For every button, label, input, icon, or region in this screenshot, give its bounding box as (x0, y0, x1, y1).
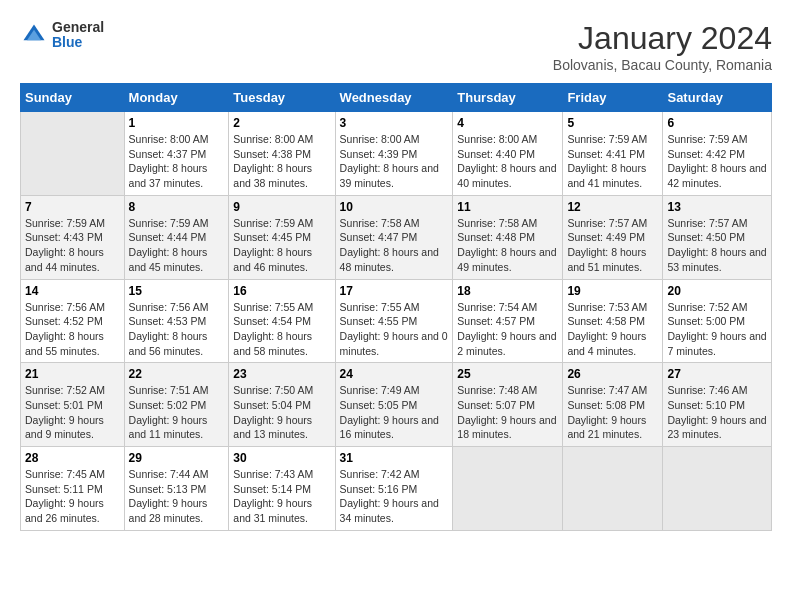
day-number: 22 (129, 367, 225, 381)
day-number: 9 (233, 200, 330, 214)
day-number: 7 (25, 200, 120, 214)
day-number: 14 (25, 284, 120, 298)
day-number: 27 (667, 367, 767, 381)
day-cell: 20 Sunrise: 7:52 AMSunset: 5:00 PMDaylig… (663, 279, 772, 363)
week-row-3: 21 Sunrise: 7:52 AMSunset: 5:01 PMDaylig… (21, 363, 772, 447)
day-cell: 4 Sunrise: 8:00 AMSunset: 4:40 PMDayligh… (453, 112, 563, 196)
th-monday: Monday (124, 84, 229, 112)
day-cell: 26 Sunrise: 7:47 AMSunset: 5:08 PMDaylig… (563, 363, 663, 447)
day-cell: 9 Sunrise: 7:59 AMSunset: 4:45 PMDayligh… (229, 195, 335, 279)
day-cell: 25 Sunrise: 7:48 AMSunset: 5:07 PMDaylig… (453, 363, 563, 447)
day-info: Sunrise: 7:59 AMSunset: 4:44 PMDaylight:… (129, 217, 209, 273)
day-info: Sunrise: 7:46 AMSunset: 5:10 PMDaylight:… (667, 384, 766, 440)
day-number: 17 (340, 284, 449, 298)
day-info: Sunrise: 7:52 AMSunset: 5:01 PMDaylight:… (25, 384, 105, 440)
day-info: Sunrise: 8:00 AMSunset: 4:38 PMDaylight:… (233, 133, 313, 189)
day-cell: 17 Sunrise: 7:55 AMSunset: 4:55 PMDaylig… (335, 279, 453, 363)
day-number: 18 (457, 284, 558, 298)
day-number: 28 (25, 451, 120, 465)
day-number: 6 (667, 116, 767, 130)
day-info: Sunrise: 7:54 AMSunset: 4:57 PMDaylight:… (457, 301, 556, 357)
day-cell: 24 Sunrise: 7:49 AMSunset: 5:05 PMDaylig… (335, 363, 453, 447)
day-cell (563, 447, 663, 531)
day-number: 19 (567, 284, 658, 298)
day-info: Sunrise: 7:56 AMSunset: 4:53 PMDaylight:… (129, 301, 209, 357)
day-cell: 5 Sunrise: 7:59 AMSunset: 4:41 PMDayligh… (563, 112, 663, 196)
day-info: Sunrise: 7:44 AMSunset: 5:13 PMDaylight:… (129, 468, 209, 524)
logo-blue-text: Blue (52, 35, 104, 50)
day-cell: 15 Sunrise: 7:56 AMSunset: 4:53 PMDaylig… (124, 279, 229, 363)
day-info: Sunrise: 7:57 AMSunset: 4:50 PMDaylight:… (667, 217, 766, 273)
day-cell: 7 Sunrise: 7:59 AMSunset: 4:43 PMDayligh… (21, 195, 125, 279)
day-cell: 28 Sunrise: 7:45 AMSunset: 5:11 PMDaylig… (21, 447, 125, 531)
day-cell (663, 447, 772, 531)
day-number: 30 (233, 451, 330, 465)
day-info: Sunrise: 7:55 AMSunset: 4:54 PMDaylight:… (233, 301, 313, 357)
th-friday: Friday (563, 84, 663, 112)
day-info: Sunrise: 7:49 AMSunset: 5:05 PMDaylight:… (340, 384, 439, 440)
day-cell: 2 Sunrise: 8:00 AMSunset: 4:38 PMDayligh… (229, 112, 335, 196)
day-info: Sunrise: 7:45 AMSunset: 5:11 PMDaylight:… (25, 468, 105, 524)
th-thursday: Thursday (453, 84, 563, 112)
week-row-2: 14 Sunrise: 7:56 AMSunset: 4:52 PMDaylig… (21, 279, 772, 363)
week-row-1: 7 Sunrise: 7:59 AMSunset: 4:43 PMDayligh… (21, 195, 772, 279)
day-info: Sunrise: 7:57 AMSunset: 4:49 PMDaylight:… (567, 217, 647, 273)
day-cell: 19 Sunrise: 7:53 AMSunset: 4:58 PMDaylig… (563, 279, 663, 363)
day-info: Sunrise: 7:50 AMSunset: 5:04 PMDaylight:… (233, 384, 313, 440)
calendar-table: Sunday Monday Tuesday Wednesday Thursday… (20, 83, 772, 531)
day-cell: 11 Sunrise: 7:58 AMSunset: 4:48 PMDaylig… (453, 195, 563, 279)
day-cell: 22 Sunrise: 7:51 AMSunset: 5:02 PMDaylig… (124, 363, 229, 447)
day-cell: 12 Sunrise: 7:57 AMSunset: 4:49 PMDaylig… (563, 195, 663, 279)
day-cell: 31 Sunrise: 7:42 AMSunset: 5:16 PMDaylig… (335, 447, 453, 531)
day-info: Sunrise: 7:59 AMSunset: 4:45 PMDaylight:… (233, 217, 313, 273)
day-number: 25 (457, 367, 558, 381)
logo: General Blue (20, 20, 104, 51)
day-number: 16 (233, 284, 330, 298)
day-info: Sunrise: 8:00 AMSunset: 4:37 PMDaylight:… (129, 133, 209, 189)
title-block: January 2024 Bolovanis, Bacau County, Ro… (553, 20, 772, 73)
day-info: Sunrise: 7:59 AMSunset: 4:41 PMDaylight:… (567, 133, 647, 189)
day-cell: 14 Sunrise: 7:56 AMSunset: 4:52 PMDaylig… (21, 279, 125, 363)
header: General Blue January 2024 Bolovanis, Bac… (20, 20, 772, 73)
header-row: Sunday Monday Tuesday Wednesday Thursday… (21, 84, 772, 112)
day-info: Sunrise: 7:53 AMSunset: 4:58 PMDaylight:… (567, 301, 647, 357)
day-info: Sunrise: 7:58 AMSunset: 4:47 PMDaylight:… (340, 217, 439, 273)
subtitle: Bolovanis, Bacau County, Romania (553, 57, 772, 73)
day-info: Sunrise: 7:43 AMSunset: 5:14 PMDaylight:… (233, 468, 313, 524)
day-cell: 1 Sunrise: 8:00 AMSunset: 4:37 PMDayligh… (124, 112, 229, 196)
day-cell: 3 Sunrise: 8:00 AMSunset: 4:39 PMDayligh… (335, 112, 453, 196)
day-number: 26 (567, 367, 658, 381)
day-cell (453, 447, 563, 531)
logo-icon (20, 21, 48, 49)
day-number: 8 (129, 200, 225, 214)
th-tuesday: Tuesday (229, 84, 335, 112)
day-cell: 30 Sunrise: 7:43 AMSunset: 5:14 PMDaylig… (229, 447, 335, 531)
day-cell: 29 Sunrise: 7:44 AMSunset: 5:13 PMDaylig… (124, 447, 229, 531)
day-number: 23 (233, 367, 330, 381)
day-number: 29 (129, 451, 225, 465)
day-number: 5 (567, 116, 658, 130)
day-info: Sunrise: 7:48 AMSunset: 5:07 PMDaylight:… (457, 384, 556, 440)
day-number: 3 (340, 116, 449, 130)
day-info: Sunrise: 7:51 AMSunset: 5:02 PMDaylight:… (129, 384, 209, 440)
day-cell: 21 Sunrise: 7:52 AMSunset: 5:01 PMDaylig… (21, 363, 125, 447)
day-info: Sunrise: 7:59 AMSunset: 4:43 PMDaylight:… (25, 217, 105, 273)
day-info: Sunrise: 7:55 AMSunset: 4:55 PMDaylight:… (340, 301, 448, 357)
day-cell: 16 Sunrise: 7:55 AMSunset: 4:54 PMDaylig… (229, 279, 335, 363)
day-cell: 13 Sunrise: 7:57 AMSunset: 4:50 PMDaylig… (663, 195, 772, 279)
th-saturday: Saturday (663, 84, 772, 112)
day-number: 31 (340, 451, 449, 465)
day-cell: 18 Sunrise: 7:54 AMSunset: 4:57 PMDaylig… (453, 279, 563, 363)
day-number: 11 (457, 200, 558, 214)
day-number: 2 (233, 116, 330, 130)
day-number: 13 (667, 200, 767, 214)
logo-general-text: General (52, 20, 104, 35)
day-info: Sunrise: 7:56 AMSunset: 4:52 PMDaylight:… (25, 301, 105, 357)
day-cell: 8 Sunrise: 7:59 AMSunset: 4:44 PMDayligh… (124, 195, 229, 279)
day-info: Sunrise: 7:58 AMSunset: 4:48 PMDaylight:… (457, 217, 556, 273)
day-info: Sunrise: 7:47 AMSunset: 5:08 PMDaylight:… (567, 384, 647, 440)
week-row-4: 28 Sunrise: 7:45 AMSunset: 5:11 PMDaylig… (21, 447, 772, 531)
day-number: 12 (567, 200, 658, 214)
day-number: 24 (340, 367, 449, 381)
main-title: January 2024 (553, 20, 772, 57)
